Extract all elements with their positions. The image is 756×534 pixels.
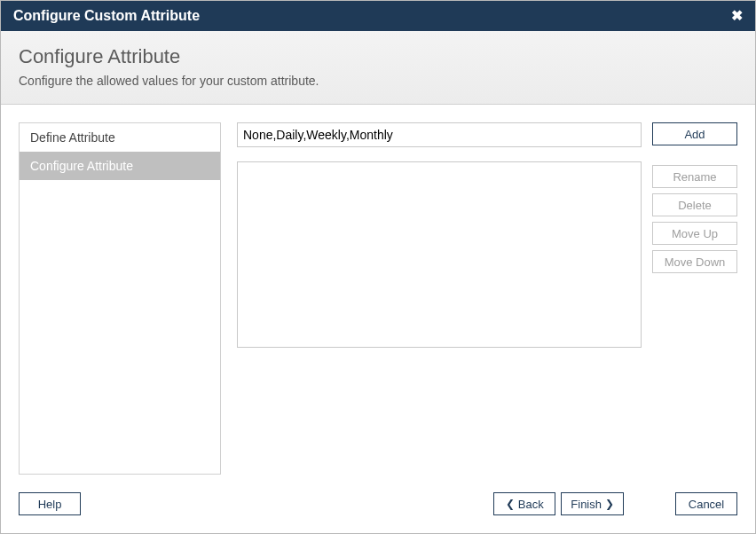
value-input[interactable] xyxy=(237,122,642,147)
sidebar-item-label: Define Attribute xyxy=(30,130,115,145)
move-down-button[interactable]: Move Down xyxy=(652,250,737,273)
move-up-button[interactable]: Move Up xyxy=(652,222,737,245)
main-area: Add Rename Delete Move Up Move Down xyxy=(237,122,737,475)
titlebar: Configure Custom Attribute ✖ xyxy=(1,1,755,31)
page-description: Configure the allowed values for your cu… xyxy=(19,74,737,88)
finish-button[interactable]: Finish ❯ xyxy=(561,492,624,515)
right-column: Add Rename Delete Move Up Move Down xyxy=(652,122,737,273)
page-title: Configure Attribute xyxy=(19,45,737,68)
chevron-left-icon: ❮ xyxy=(506,498,515,510)
footer-right: ❮ Back Finish ❯ Cancel xyxy=(493,492,737,515)
sidebar: Define Attribute Configure Attribute xyxy=(19,122,221,475)
help-button[interactable]: Help xyxy=(19,492,81,515)
chevron-right-icon: ❯ xyxy=(605,498,614,510)
sidebar-item-define-attribute[interactable]: Define Attribute xyxy=(20,123,220,152)
close-icon[interactable]: ✖ xyxy=(731,9,743,23)
delete-button[interactable]: Delete xyxy=(652,193,737,216)
body-section: Define Attribute Configure Attribute Add… xyxy=(1,105,755,492)
sidebar-item-configure-attribute[interactable]: Configure Attribute xyxy=(20,152,220,180)
header-section: Configure Attribute Configure the allowe… xyxy=(1,31,755,105)
finish-button-label: Finish xyxy=(571,498,602,511)
add-button[interactable]: Add xyxy=(652,122,737,145)
center-column xyxy=(237,122,642,348)
sidebar-item-label: Configure Attribute xyxy=(30,159,133,173)
values-listbox[interactable] xyxy=(237,161,642,348)
footer: Help ❮ Back Finish ❯ Cancel xyxy=(1,492,755,533)
back-button[interactable]: ❮ Back xyxy=(493,492,555,515)
back-button-label: Back xyxy=(518,498,544,511)
cancel-button[interactable]: Cancel xyxy=(675,492,737,515)
spacer xyxy=(652,151,737,160)
dialog: Configure Custom Attribute ✖ Configure A… xyxy=(0,0,756,534)
dialog-title: Configure Custom Attribute xyxy=(13,8,200,24)
nav-button-group: ❮ Back Finish ❯ xyxy=(493,492,624,515)
rename-button[interactable]: Rename xyxy=(652,165,737,188)
